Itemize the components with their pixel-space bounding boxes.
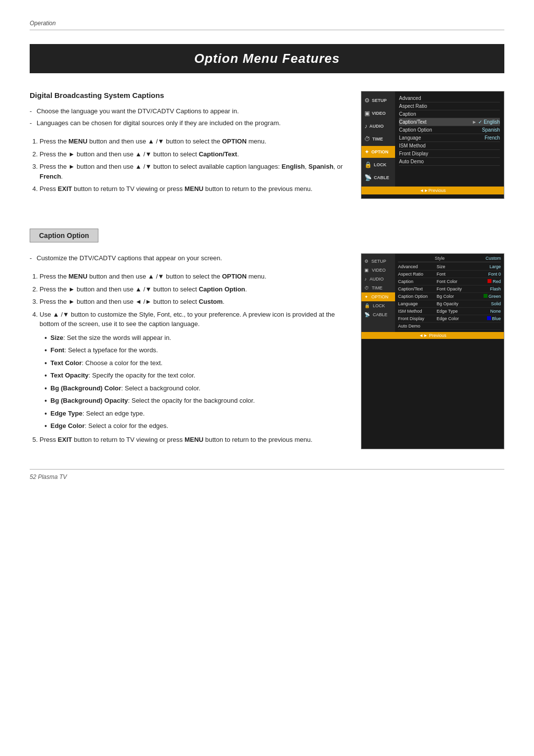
option2-icon: ✦: [364, 294, 368, 299]
menu2-row-autodemo2: Auto Demo: [398, 323, 501, 330]
menu1-row-frontdisplay: Front Display: [399, 150, 500, 158]
sidebar2-lock: 🔒 LOCK: [361, 301, 395, 310]
section2-steps: Press the MENU button and then use ▲ /▼ …: [30, 272, 346, 444]
menu2-row-aspect: Aspect Ratio Font Font 0: [398, 271, 501, 278]
sidebar-setup-label: SETUP: [372, 98, 387, 103]
sub-bullet-bgcolor: Bg (Background) Color: Select a backgrou…: [44, 383, 346, 393]
sub-bullet-edgetype: Edge Type: Select an edge type.: [44, 409, 346, 419]
operation-label: Operation: [30, 20, 504, 27]
menu1-row-captiontext: Caption/Text ► ✓ English: [399, 118, 500, 126]
caption-option-banner: Caption Option: [30, 229, 98, 242]
sidebar-setup: ⚙ SETUP: [361, 94, 395, 106]
sidebar-cable-label: CABLE: [374, 175, 389, 180]
menu1-row-autodemo: Auto Demo: [399, 158, 500, 166]
menu2-footer: ◄► Previous: [361, 332, 504, 339]
sub-bullets: Size: Set the size the words will appear…: [44, 333, 346, 431]
video2-label: VIDEO: [372, 268, 386, 273]
menu2-header: Style Custom: [398, 256, 501, 262]
text-column-2: Customize the DTV/CADTV captions that ap…: [30, 253, 346, 450]
setup2-label: SETUP: [371, 259, 386, 264]
page-footer: 52 Plasma TV: [30, 469, 504, 480]
menu2-row-captiontext2: Caption/Text Font Opacity Flash: [398, 285, 501, 293]
intro-bullet: Customize the DTV/CADTV captions that ap…: [30, 253, 346, 263]
bullet-item: Choose the language you want the DTV/CAD…: [30, 106, 346, 116]
sidebar-video: ▣ VIDEO: [361, 107, 395, 119]
sidebar-time-label: TIME: [372, 137, 383, 142]
menu1-row-caption: Caption: [399, 110, 500, 118]
time2-icon: ⏱: [364, 285, 369, 290]
sidebar-video-label: VIDEO: [372, 111, 386, 116]
time-icon: ⏱: [364, 136, 370, 142]
step-item: Press the ► button and then use ▲ /▼ but…: [40, 149, 346, 159]
menu1-content: Advanced Aspect Ratio Caption Caption/Te…: [395, 92, 504, 187]
step-item: Press the ► button and then use ▲ /▼ but…: [40, 284, 346, 294]
menu-screenshot-1: ⚙ SETUP ▣ VIDEO ♪ AUDIO ⏱ TIME: [361, 91, 504, 199]
sub-bullet-edgecolor: Edge Color: Select a color for the edges…: [44, 421, 346, 431]
sidebar2-time: ⏱ TIME: [361, 284, 395, 292]
cable2-icon: 📡: [364, 312, 370, 317]
sub-bullet-font: Font: Select a typeface for the words.: [44, 345, 346, 355]
sidebar-lock-label: LOCK: [374, 162, 387, 167]
menu2-row-language2: Language Bg Opacity Solid: [398, 300, 501, 308]
sidebar-lock: 🔒 LOCK: [361, 159, 395, 171]
step-item: Use ▲ /▼ button to customize the Style, …: [40, 310, 346, 431]
step-item: Press EXIT button to return to TV viewin…: [40, 435, 346, 445]
section1-steps: Press the MENU button and then use ▲ /▼ …: [30, 137, 346, 194]
sidebar-cable: 📡 CABLE: [361, 172, 395, 184]
section-caption-option: Caption Option Customize the DTV/CADTV c…: [30, 211, 504, 450]
menu1-footer: ◄►Previous: [361, 187, 504, 194]
step-item: Press the MENU button and then use ▲ /▼ …: [40, 272, 346, 282]
menu2-row-frontdisplay2: Front Display Edge Color Blue: [398, 315, 501, 323]
cable2-label: CABLE: [373, 312, 388, 317]
menu1-row-captionoption: Caption Option Spanish: [399, 126, 500, 134]
section-digital-captions: Digital Broadcasting System Captions Cho…: [30, 91, 504, 199]
menu-screenshot-2: ⚙ SETUP ▣ VIDEO ♪ AUDIO ⏱ TIME: [361, 253, 504, 450]
sub-bullet-bgopacity: Bg (Background) Opacity: Select the opac…: [44, 396, 346, 406]
menu1-row-advanced: Advanced: [399, 94, 500, 102]
time2-label: TIME: [372, 285, 383, 290]
sidebar-audio-label: AUDIO: [369, 124, 384, 129]
lock-icon: 🔒: [364, 161, 372, 168]
step-item: Press the ► button and then use ▲ /▼ but…: [40, 162, 346, 181]
menu1-row-language: Language French: [399, 134, 500, 142]
cable-icon: 📡: [364, 174, 372, 181]
step-item: Press the ► button and then use ◄ /► but…: [40, 297, 346, 307]
menu2-row-caption2: Caption Font Color Red: [398, 278, 501, 285]
top-divider: [30, 30, 504, 30]
sub-bullet-size: Size: Set the size the words will appear…: [44, 333, 346, 343]
sidebar-option-label: OPTION: [371, 149, 389, 154]
section1-heading: Digital Broadcasting System Captions: [30, 91, 346, 99]
menu2-content: Style Custom Advanced Size Large Aspect …: [395, 254, 504, 332]
option-icon: ✦: [364, 148, 369, 155]
sidebar2-cable: 📡 CABLE: [361, 310, 395, 319]
arrow-icon: ►: [472, 119, 477, 125]
menu1-row-ism: ISM Method: [399, 142, 500, 150]
setup2-icon: ⚙: [364, 259, 368, 264]
page-title-banner: Option Menu Features: [30, 44, 504, 73]
step-item: Press the MENU button and then use ▲ /▼ …: [40, 137, 346, 146]
text-column-1: Digital Broadcasting System Captions Cho…: [30, 91, 346, 199]
audio2-label: AUDIO: [370, 277, 384, 282]
option2-label: OPTION: [371, 294, 389, 299]
menu2-row-captionoption2: Caption Option Bg Color Green: [398, 293, 501, 300]
menu2-sidebar: ⚙ SETUP ▣ VIDEO ♪ AUDIO ⏱ TIME: [361, 254, 395, 332]
menu1-sidebar: ⚙ SETUP ▣ VIDEO ♪ AUDIO ⏱ TIME: [361, 92, 395, 187]
audio2-icon: ♪: [364, 277, 367, 282]
video-icon: ▣: [364, 110, 370, 117]
sidebar-time: ⏱ TIME: [361, 133, 395, 145]
menu1-row-aspect: Aspect Ratio: [399, 102, 500, 110]
sidebar2-audio: ♪ AUDIO: [361, 275, 395, 284]
sub-bullet-textcolor: Text Color: Choose a color for the text.: [44, 358, 346, 368]
section2-intro: Customize the DTV/CADTV captions that ap…: [30, 253, 346, 263]
sidebar2-option: ✦ OPTION: [361, 292, 395, 301]
audio-icon: ♪: [364, 123, 367, 130]
setup-icon: ⚙: [364, 97, 370, 104]
step-item: Press EXIT button to return to TV viewin…: [40, 184, 346, 194]
sidebar-audio: ♪ AUDIO: [361, 120, 395, 132]
video2-icon: ▣: [364, 268, 369, 273]
bullet-item: Languages can be chosen for digital sour…: [30, 118, 346, 128]
section1-bullets: Choose the language you want the DTV/CAD…: [30, 106, 346, 128]
sidebar-option: ✦ OPTION: [361, 146, 395, 158]
lock2-icon: 🔒: [364, 303, 370, 308]
menu2-row-ism2: ISM Method Edge Type None: [398, 308, 501, 315]
